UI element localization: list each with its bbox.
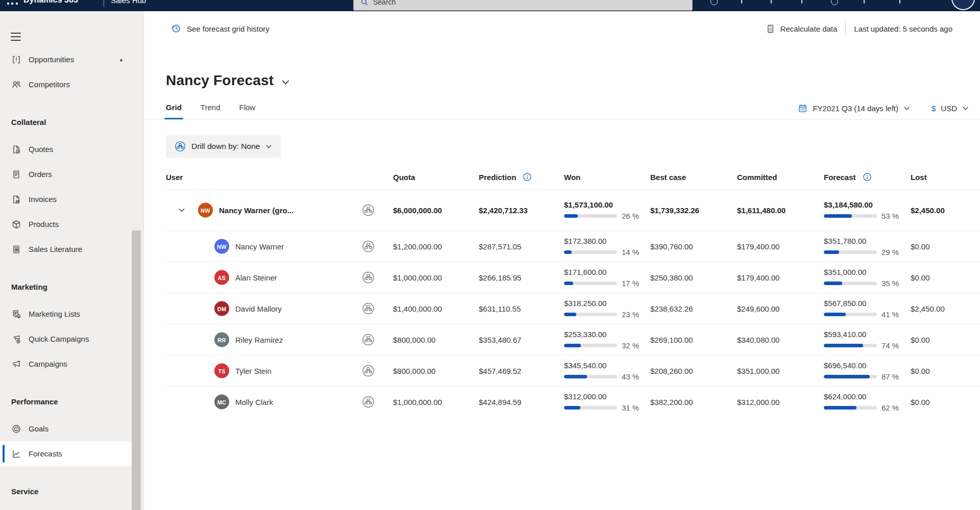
currency-picker[interactable]: $ USD <box>932 104 969 113</box>
topbar-icon-7[interactable] <box>899 0 900 4</box>
sidebar-item-forecasts[interactable]: Forecasts <box>0 441 132 466</box>
table-row[interactable]: MC Molly Clark $1,000,000.00 $424,894.59… <box>166 386 980 417</box>
row-expander-chevron-icon[interactable] <box>178 207 185 214</box>
won-cell: $171,600.00 17 % <box>564 268 650 288</box>
forecast-percent: 35 % <box>881 279 899 288</box>
table-row-group[interactable]: NW Nancy Warner (gro... $6,000,000.00 $2… <box>166 189 980 231</box>
committed-value: $179,400.00 <box>737 242 824 251</box>
row-drilldown-icon[interactable] <box>362 204 375 217</box>
sidebar-item-invoices[interactable]: Invoices <box>0 187 132 212</box>
won-cell: $253,330.00 32 % <box>564 330 650 350</box>
won-progressbar <box>564 250 617 254</box>
drill-down-button[interactable]: Drill down by: None <box>166 135 281 158</box>
see-forecast-history-label: See forecast grid history <box>187 24 270 33</box>
sidebar-item-cases[interactable]: Cases <box>0 506 132 510</box>
forecast-progressbar <box>824 375 877 378</box>
column-header-best-case: Best case <box>650 173 737 182</box>
committed-value: $249,600.00 <box>737 304 824 313</box>
table-row[interactable]: NW Nancy Warner $1,200,000.00 $287,571.0… <box>166 231 980 262</box>
row-drilldown-icon[interactable] <box>362 396 375 409</box>
row-drilldown-icon[interactable] <box>362 302 375 315</box>
campaigns-icon <box>11 359 21 369</box>
best-case-value: $208,260.00 <box>650 367 737 375</box>
table-row[interactable]: TS Tyler Stein $800,000.00 $457,469.52 $… <box>166 355 980 386</box>
opportunities-icon <box>11 55 21 65</box>
hamburger-menu-icon[interactable] <box>11 33 21 41</box>
sidebar: Opportunities ▲ Competitors Collateral Q… <box>0 11 144 510</box>
sidebar-item-quick-campaigns[interactable]: Quick Campaigns <box>0 326 132 351</box>
quota-value: $800,000.00 <box>393 367 479 375</box>
committed-value: $340,080.00 <box>737 336 824 344</box>
currency-code: USD <box>941 104 957 113</box>
info-icon[interactable] <box>863 172 872 182</box>
waffle-icon[interactable] <box>7 0 18 5</box>
row-drilldown-icon[interactable] <box>362 240 375 253</box>
user-name[interactable]: Nancy Warner (gro... <box>219 206 293 215</box>
forecast-progressbar <box>824 406 877 410</box>
column-header-forecast: Forecast <box>824 172 911 182</box>
won-cell: $312,000.00 31 % <box>564 392 650 412</box>
sidebar-item-goals[interactable]: Goals <box>0 416 132 441</box>
sidebar-item-competitors[interactable]: Competitors <box>0 72 132 97</box>
sidebar-item-campaigns[interactable]: Campaigns <box>0 351 132 376</box>
won-cell: $345,540.00 43 % <box>564 361 650 381</box>
tab-grid[interactable]: Grid <box>166 103 182 119</box>
tab-flow[interactable]: Flow <box>239 103 255 119</box>
sidebar-scrollbar[interactable] <box>132 11 141 510</box>
sales-literature-icon <box>11 244 21 254</box>
sidebar-item-quotes[interactable]: Quotes <box>0 137 132 162</box>
forecast-cell: $351,780.00 29 % <box>824 237 911 257</box>
forecast-grid: UserQuotaPredictionWonBest caseCommitted… <box>166 165 980 417</box>
column-header-quota: Quota <box>393 173 479 182</box>
scrollbar-thumb[interactable] <box>132 231 141 510</box>
sidebar-item-sales-literature[interactable]: Sales Literature <box>0 237 132 262</box>
row-drilldown-icon[interactable] <box>362 271 375 284</box>
search-input[interactable]: Search <box>353 0 693 11</box>
forecast-value: $351,000.00 <box>824 268 911 276</box>
app-name[interactable]: Sales Hub <box>111 0 146 5</box>
topbar-icon-4[interactable] <box>801 0 802 4</box>
info-icon[interactable] <box>523 172 532 182</box>
user-name[interactable]: Nancy Warner <box>235 242 284 251</box>
table-row[interactable]: AS Alan Steiner $1,000,000.00 $266,185.9… <box>166 262 980 293</box>
forecast-cell: $624,000.00 62 % <box>824 392 911 412</box>
sidebar-item-opportunities[interactable]: Opportunities ▲ <box>0 47 132 72</box>
user-name[interactable]: Alan Steiner <box>235 273 277 282</box>
user-name[interactable]: Riley Ramirez <box>235 336 283 344</box>
sidebar-item-label: Sales Literature <box>29 245 82 253</box>
last-updated-text: Last updated: 5 seconds ago <box>854 24 952 33</box>
sidebar-item-products[interactable]: Products <box>0 212 132 237</box>
topbar-icon-3[interactable] <box>771 0 772 4</box>
prediction-value: $2,420,712.33 <box>479 206 564 215</box>
topbar-icon-2[interactable] <box>741 0 742 4</box>
table-row[interactable]: DM David Mallory $1,400,000.00 $631,110.… <box>166 293 980 324</box>
sidebar-item-marketing-lists[interactable]: Marketing Lists <box>0 301 132 326</box>
won-value: $345,540.00 <box>564 361 650 370</box>
topbar-icon-6[interactable] <box>864 0 865 4</box>
lost-value: $0.00 <box>911 273 980 282</box>
chevron-down-icon <box>962 105 969 112</box>
quota-value: $6,000,000.00 <box>393 206 479 215</box>
user-avatar[interactable] <box>951 0 975 10</box>
search-placeholder: Search <box>373 0 396 6</box>
user-name[interactable]: Molly Clark <box>235 398 273 406</box>
sidebar-item-orders[interactable]: Orders <box>0 162 132 187</box>
row-drilldown-icon[interactable] <box>362 334 375 346</box>
see-forecast-history-button[interactable]: See forecast grid history <box>171 23 270 34</box>
table-row[interactable]: RR Riley Ramirez $800,000.00 $353,480.67… <box>166 324 980 355</box>
brand-title[interactable]: Dynamics 365 <box>23 0 78 5</box>
collapse-caret-icon[interactable]: ▲ <box>119 57 124 62</box>
committed-value: $179,400.00 <box>737 273 824 282</box>
user-name[interactable]: David Mallory <box>235 304 282 313</box>
topbar-icon-1[interactable] <box>710 0 718 5</box>
topbar: Dynamics 365 Sales Hub Search <box>0 0 980 11</box>
topbar-icon-5[interactable] <box>831 0 838 5</box>
recalculate-data-button[interactable]: Recalculate data <box>766 24 838 34</box>
won-cell: $172,380.00 14 % <box>564 237 650 257</box>
forecast-percent: 62 % <box>881 403 899 412</box>
period-picker[interactable]: FY2021 Q3 (14 days left) <box>798 104 910 113</box>
tab-trend[interactable]: Trend <box>201 103 220 119</box>
forecast-selector-chevron-icon[interactable] <box>281 78 290 87</box>
user-name[interactable]: Tyler Stein <box>235 367 272 375</box>
row-drilldown-icon[interactable] <box>362 365 375 377</box>
